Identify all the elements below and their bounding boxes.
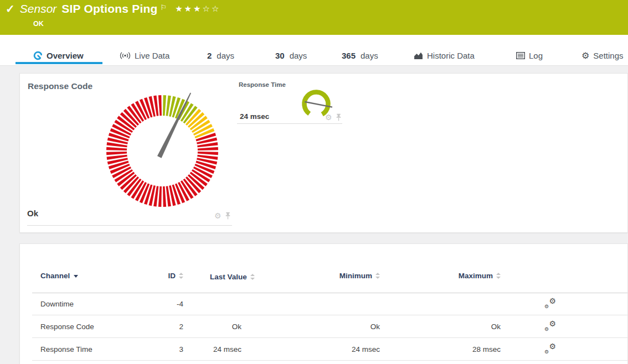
gear-icon[interactable]: ⚙ <box>325 113 332 121</box>
column-label: ID <box>168 272 176 280</box>
flag-icon: ⚐ <box>160 3 167 12</box>
response-code-gauge-title: Response Code <box>28 81 92 91</box>
sensor-name: SIP Options Ping <box>61 2 157 15</box>
table-row-response-code: Response Code 2 Ok Ok Ok ⚙⚙ <box>20 315 627 338</box>
channel-id: -4 <box>177 293 183 315</box>
sort-icon <box>179 273 183 279</box>
table-row-downtime: Downtime -4 ⚙⚙ <box>20 293 627 315</box>
channel-minimum: Ok <box>370 315 380 338</box>
response-time-gauge-title: Response Time <box>239 81 286 88</box>
channel-settings-icon[interactable]: ⚙⚙ <box>545 344 556 355</box>
column-header-minimum[interactable]: Minimum <box>339 272 380 280</box>
table-row-response-time: Response Time 3 24 msec 24 msec 28 msec … <box>20 338 627 361</box>
gauge-divider <box>27 225 232 226</box>
tab-settings[interactable]: ⚙ Settings <box>581 51 624 60</box>
tab-label: days <box>290 51 307 60</box>
gauge-icon <box>33 51 43 60</box>
column-label: Maximum <box>459 272 493 280</box>
channel-settings-icon[interactable]: ⚙⚙ <box>545 321 556 332</box>
column-header-maximum[interactable]: Maximum <box>459 272 501 280</box>
pin-icon[interactable] <box>336 113 342 121</box>
channels-table-panel: Channel ID Last Value Minimum Maximum Do… <box>19 243 628 364</box>
tab-bar: Overview Live Data 2 days 30 days 365 da… <box>0 35 628 66</box>
response-time-gauge-actions: ⚙ <box>325 113 342 121</box>
tab-historic-data[interactable]: Historic Data <box>414 51 475 60</box>
tab-30-days[interactable]: 30 days <box>275 51 307 60</box>
sensor-kind-label: Sensor <box>20 2 57 15</box>
gear-icon[interactable]: ⚙ <box>214 212 222 220</box>
row-separator <box>32 360 627 361</box>
channel-name[interactable]: Response Code <box>40 315 94 338</box>
tab-label: Settings <box>593 51 623 60</box>
channel-settings-icon[interactable]: ⚙⚙ <box>545 298 556 309</box>
sort-desc-icon <box>74 275 78 278</box>
tab-overview[interactable]: Overview <box>33 51 84 60</box>
channel-minimum: 24 msec <box>352 338 380 361</box>
channel-maximum: Ok <box>491 315 501 338</box>
tab-day-count: 365 <box>342 51 356 60</box>
response-code-gauge-value: Ok <box>27 209 38 218</box>
tab-365-days[interactable]: 365 days <box>342 51 378 60</box>
sensor-title-row: ✓ Sensor SIP Options Ping ⚐ ★★★☆☆ <box>6 2 220 15</box>
channel-name[interactable]: Response Time <box>40 338 92 361</box>
tab-log[interactable]: Log <box>516 51 543 60</box>
sensor-status-bar: ✓ Sensor SIP Options Ping ⚐ ★★★☆☆ OK <box>0 0 628 35</box>
overview-gauges-panel: Response Code Ok ⚙ Response Time 24 msec… <box>19 73 628 233</box>
response-code-gauge-actions: ⚙ <box>214 212 231 220</box>
priority-stars[interactable]: ★★★☆☆ <box>175 4 220 14</box>
response-code-gauge <box>93 82 231 220</box>
sensor-status-text: OK <box>33 20 44 28</box>
tab-2-days[interactable]: 2 days <box>207 51 234 60</box>
gauge-divider <box>237 123 342 124</box>
column-header-channel[interactable]: Channel <box>40 272 78 280</box>
channel-name[interactable]: Downtime <box>40 293 74 315</box>
tab-day-count: 2 <box>207 51 212 60</box>
tab-label: days <box>217 51 234 60</box>
column-label: Channel <box>40 272 70 280</box>
area-chart-icon <box>414 51 423 60</box>
list-icon <box>516 52 525 59</box>
tab-label: Live Data <box>135 51 169 60</box>
channel-last-value: Ok <box>232 315 241 338</box>
tab-label: Historic Data <box>427 51 475 60</box>
gear-icon: ⚙ <box>581 51 589 60</box>
tab-label: Log <box>529 51 543 60</box>
column-label: Minimum <box>339 272 372 280</box>
channel-maximum: 28 msec <box>472 338 501 361</box>
channel-id: 3 <box>179 338 183 361</box>
check-icon: ✓ <box>6 3 15 14</box>
channel-id: 2 <box>179 315 183 338</box>
response-time-gauge-value: 24 msec <box>240 112 269 121</box>
column-header-last-value[interactable]: Last Value <box>210 272 243 283</box>
tab-live-data[interactable]: Live Data <box>120 51 169 60</box>
channel-last-value: 24 msec <box>213 338 241 361</box>
pin-icon[interactable] <box>225 212 231 220</box>
active-tab-underline <box>16 62 102 64</box>
sort-icon <box>496 273 501 279</box>
tab-label: Overview <box>47 51 84 60</box>
column-label: Last Value <box>210 273 247 281</box>
column-header-id[interactable]: ID <box>168 272 184 280</box>
sort-icon <box>250 274 255 280</box>
prtg-sensor-page: ✓ Sensor SIP Options Ping ⚐ ★★★☆☆ OK Ove… <box>0 0 628 364</box>
tab-day-count: 30 <box>275 51 285 60</box>
broadcast-icon <box>120 51 131 60</box>
tab-label: days <box>361 51 378 60</box>
sort-icon <box>375 273 380 279</box>
